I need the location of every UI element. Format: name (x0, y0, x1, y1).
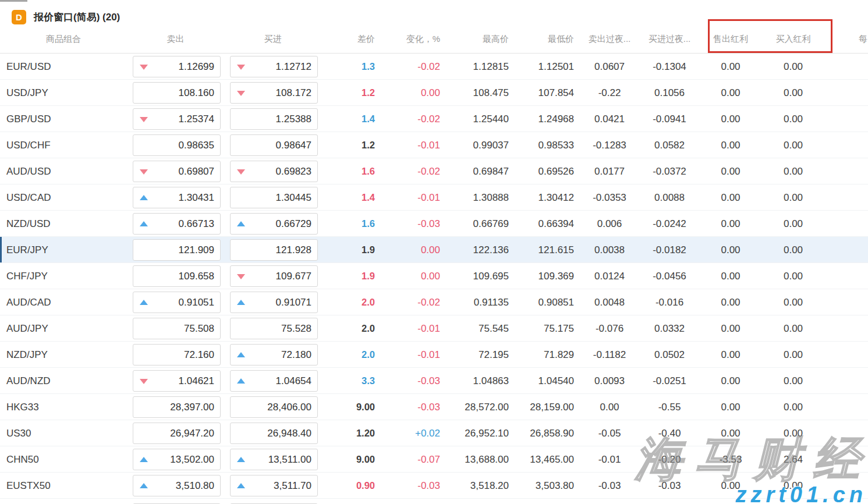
table-row[interactable]: USD/JPY108.160108.1721.20.00108.475107.8… (0, 80, 868, 106)
column-header-buy[interactable]: 买进 (224, 34, 321, 45)
sell-price-button[interactable]: 0.91051 (133, 292, 221, 313)
spread-cell: 1.2 (321, 87, 380, 98)
sell-price-button[interactable]: 1.25374 (133, 108, 221, 130)
column-header-change[interactable]: 变化，% (380, 34, 445, 45)
table-row[interactable]: EUSTX503,510.803,511.700.90-0.033,518.20… (0, 473, 868, 499)
sell-price-button[interactable]: 1.30431 (133, 187, 221, 208)
buy-price-button[interactable]: 75.528 (230, 318, 318, 339)
buy-overnight-cell: -0.55 (640, 402, 699, 413)
symbol-cell: EUR/JPY (0, 244, 127, 256)
sell-price-button[interactable]: 1.04621 (133, 370, 221, 392)
sell-overnight-cell: -0.01 (579, 454, 640, 466)
buy-price-button[interactable]: 108.172 (230, 82, 318, 104)
sell-price-button[interactable]: 3,510.80 (133, 475, 221, 496)
table-row[interactable]: AUD/USD0.698070.698231.6-0.020.698470.69… (0, 158, 868, 184)
column-header-buy-overnight[interactable]: 买进过夜... (640, 34, 699, 45)
buy-price-button[interactable]: 0.69823 (230, 161, 318, 182)
symbol-cell: CHN50 (0, 454, 127, 466)
change-cell: -0.03 (380, 480, 445, 492)
column-header-high[interactable]: 最高价 (445, 34, 513, 45)
low-cell: 0.90851 (513, 297, 579, 308)
buy-price-button[interactable]: 109.677 (230, 265, 318, 287)
buy-price-cell: 121.928 (224, 237, 321, 263)
column-header-sell[interactable]: 卖出 (127, 34, 224, 45)
buy-price-button[interactable]: 0.91071 (230, 292, 318, 313)
column-header-spread[interactable]: 差价 (321, 34, 380, 45)
buy-price-button[interactable]: 13,511.00 (230, 449, 318, 470)
column-header-row: 商品组合 卖出 买进 差价 变化，% 最高价 最低价 卖出过夜... 买进过夜.… (0, 26, 868, 54)
buy-price-button[interactable]: 3,511.70 (230, 475, 318, 496)
table-row[interactable]: US3026,947.2026,948.401.20+0.0226,952.10… (0, 420, 868, 446)
buy-price-button[interactable]: 26,948.40 (230, 423, 318, 444)
high-cell: 1.25440 (445, 113, 513, 125)
symbol-cell: NZD/JPY (0, 349, 127, 361)
table-row[interactable]: NZD/USD0.667130.667291.6-0.030.667690.66… (0, 211, 868, 237)
symbol-cell: US30 (0, 428, 127, 439)
spread-cell: 3.3 (321, 375, 380, 386)
sell-price-button[interactable]: 0.69807 (133, 161, 221, 182)
table-row[interactable]: USD/CAD1.304311.304451.4-0.011.308881.30… (0, 184, 868, 211)
buy-price-button[interactable]: 72.180 (230, 344, 318, 365)
buy-price-cell: 1.12712 (224, 54, 321, 80)
price-up-arrow-icon (237, 483, 245, 488)
column-header-sell-overnight[interactable]: 卖出过夜... (579, 34, 640, 45)
sell-price-button[interactable]: 75.508 (133, 318, 221, 339)
table-row[interactable]: EUR/JPY121.909121.9281.90.00122.136121.6… (0, 237, 868, 263)
symbol-cell: EUSTX50 (0, 480, 127, 492)
change-cell: -0.03 (380, 402, 445, 413)
buy-price-cell: 1.04654 (224, 368, 321, 394)
sell-price-button[interactable]: 0.66713 (133, 213, 221, 235)
buy-overnight-cell: -0.0242 (640, 218, 699, 230)
table-row[interactable]: AUD/CAD0.910510.910712.0-0.020.911350.90… (0, 289, 868, 315)
buy-price-button[interactable]: 1.12712 (230, 56, 318, 77)
sell-price-button[interactable]: 13,502.00 (133, 449, 221, 470)
buy-price-button[interactable]: 121.928 (230, 239, 318, 261)
column-header-extra[interactable]: 每 (824, 34, 868, 45)
price-up-arrow-icon (140, 483, 148, 488)
column-header-symbol[interactable]: 商品组合 (0, 34, 127, 45)
column-header-low[interactable]: 最低价 (513, 34, 579, 45)
buy-price-button[interactable]: 1.30445 (230, 187, 318, 208)
buy-price-button[interactable]: 28,406.00 (230, 396, 318, 418)
sell-price-value: 1.25374 (179, 113, 214, 125)
high-cell: 72.195 (445, 349, 513, 361)
sell-price-button[interactable]: 1.12699 (133, 56, 221, 77)
symbol-cell: USD/CHF (0, 140, 127, 151)
buy-price-button[interactable]: 1.04654 (230, 370, 318, 392)
table-row[interactable]: NZD/JPY72.16072.1802.0-0.0172.19571.829-… (0, 342, 868, 368)
quote-window: D 报价窗口(简易) (20) 商品组合 卖出 买进 差价 变化，% 最高价 最… (0, 0, 868, 504)
app-logo-icon: D (12, 10, 26, 24)
table-row[interactable]: CHN5013,502.0013,511.009.00-0.0713,688.0… (0, 446, 868, 473)
table-row[interactable]: USD/CHF0.986350.986471.2-0.010.990370.98… (0, 132, 868, 158)
sell-price-button[interactable]: 121.909 (133, 239, 221, 261)
sell-price-button[interactable]: 108.160 (133, 82, 221, 104)
table-row[interactable]: HKG3328,397.0028,406.009.00-0.0328,572.0… (0, 394, 868, 420)
column-header-sell-dividend[interactable]: 售出红利 (699, 34, 763, 45)
sell-price-button[interactable]: 0.98635 (133, 134, 221, 156)
buy-price-cell: 109.677 (224, 263, 321, 289)
change-cell: 0.00 (380, 87, 445, 99)
buy-price-button[interactable]: 1.25388 (230, 108, 318, 130)
high-cell: 3,518.20 (445, 480, 513, 492)
sell-price-value: 0.66713 (179, 218, 214, 230)
table-row[interactable]: AUD/JPY75.50875.5282.0-0.0175.54575.175-… (0, 315, 868, 342)
buy-price-button[interactable]: 0.98647 (230, 134, 318, 156)
buy-overnight-cell: -0.03 (640, 480, 699, 492)
sell-price-value: 13,502.00 (170, 454, 214, 466)
sell-price-cell: 0.66713 (127, 211, 224, 237)
table-row[interactable]: EUR/USD1.126991.127121.3-0.021.128151.12… (0, 54, 868, 80)
sell-dividend-cell: 0.00 (699, 402, 763, 413)
sell-price-button[interactable]: 28,397.00 (133, 396, 221, 418)
buy-price-button[interactable]: 0.66729 (230, 213, 318, 235)
sell-price-cell: 1.25374 (127, 106, 224, 132)
sell-overnight-cell: 0.0093 (579, 375, 640, 387)
sell-price-button[interactable]: 72.160 (133, 344, 221, 365)
sell-price-button[interactable]: 109.658 (133, 265, 221, 287)
buy-dividend-cell: 0.00 (763, 113, 824, 125)
table-row[interactable]: AUD/NZD1.046211.046543.3-0.031.048631.04… (0, 368, 868, 394)
column-header-buy-dividend[interactable]: 买入红利 (763, 34, 824, 45)
buy-price-value: 0.69823 (276, 166, 311, 178)
sell-price-button[interactable]: 26,947.20 (133, 423, 221, 444)
table-row[interactable]: GBP/USD1.253741.253881.4-0.021.254401.24… (0, 106, 868, 132)
table-row[interactable]: CHF/JPY109.658109.6771.90.00109.695109.3… (0, 263, 868, 289)
